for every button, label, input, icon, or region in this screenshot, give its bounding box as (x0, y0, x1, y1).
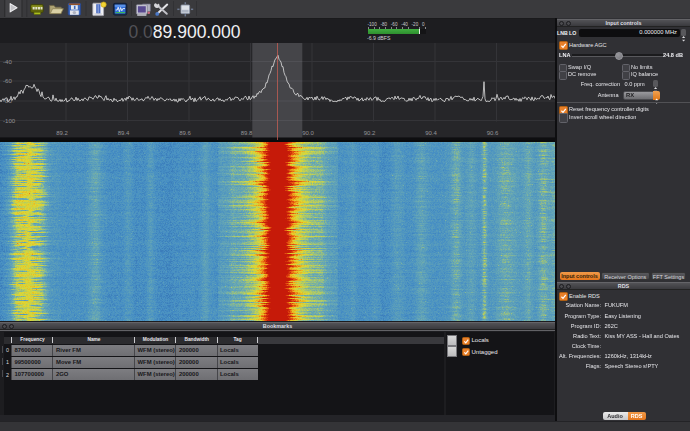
svg-text:90.0: 90.0 (302, 130, 314, 136)
svg-text:90.4: 90.4 (425, 130, 437, 136)
svg-text:89.2: 89.2 (56, 130, 68, 136)
svg-text:89.8: 89.8 (241, 130, 253, 136)
svg-text:90.6: 90.6 (487, 130, 499, 136)
svg-text:-60: -60 (3, 77, 12, 84)
svg-text:-100: -100 (3, 117, 16, 124)
svg-text:89.4: 89.4 (118, 130, 130, 136)
svg-text:89.6: 89.6 (179, 130, 191, 136)
svg-text:90.2: 90.2 (364, 130, 376, 136)
svg-text:-40: -40 (3, 58, 12, 65)
